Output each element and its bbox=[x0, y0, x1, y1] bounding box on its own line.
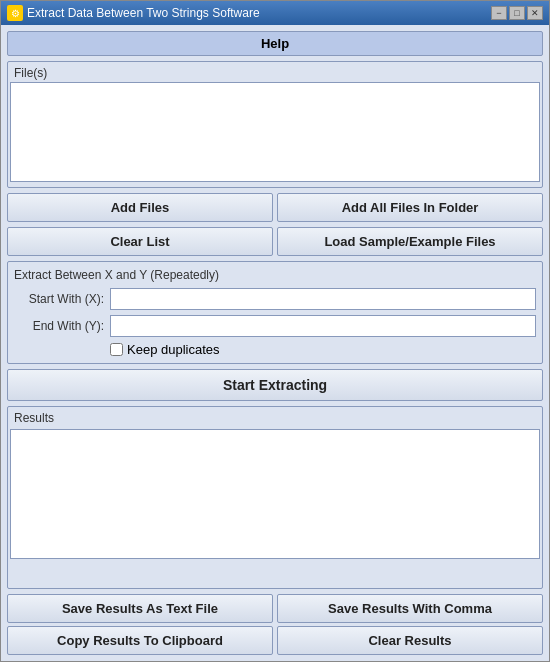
maximize-button[interactable]: □ bbox=[509, 6, 525, 20]
clear-load-row: Clear List Load Sample/Example Files bbox=[7, 227, 543, 256]
clear-results-button[interactable]: Clear Results bbox=[277, 626, 543, 655]
files-fieldset: File(s) bbox=[7, 61, 543, 188]
extract-section: Extract Between X and Y (Repeatedly) Sta… bbox=[7, 261, 543, 364]
clear-list-button[interactable]: Clear List bbox=[7, 227, 273, 256]
start-with-row: Start With (X): bbox=[14, 288, 536, 310]
help-bar[interactable]: Help bbox=[7, 31, 543, 56]
content-area: Help File(s) Add Files Add All Files In … bbox=[1, 25, 549, 661]
start-with-label: Start With (X): bbox=[14, 292, 104, 306]
start-extracting-button[interactable]: Start Extracting bbox=[7, 369, 543, 401]
load-sample-button[interactable]: Load Sample/Example Files bbox=[277, 227, 543, 256]
bottom-buttons: Save Results As Text File Save Results W… bbox=[7, 594, 543, 655]
title-bar-controls: − □ ✕ bbox=[491, 6, 543, 20]
keep-duplicates-checkbox[interactable] bbox=[110, 343, 123, 356]
end-with-input[interactable] bbox=[110, 315, 536, 337]
title-bar-text: Extract Data Between Two Strings Softwar… bbox=[27, 6, 260, 20]
title-bar: ⚙ Extract Data Between Two Strings Softw… bbox=[1, 1, 549, 25]
end-with-label: End With (Y): bbox=[14, 319, 104, 333]
minimize-button[interactable]: − bbox=[491, 6, 507, 20]
results-label: Results bbox=[10, 409, 540, 427]
copy-clear-row: Copy Results To Clipboard Clear Results bbox=[7, 626, 543, 655]
files-textarea[interactable] bbox=[10, 82, 540, 182]
files-label: File(s) bbox=[10, 64, 540, 82]
end-with-row: End With (Y): bbox=[14, 315, 536, 337]
add-all-files-button[interactable]: Add All Files In Folder bbox=[277, 193, 543, 222]
title-bar-left: ⚙ Extract Data Between Two Strings Softw… bbox=[7, 5, 260, 21]
start-with-input[interactable] bbox=[110, 288, 536, 310]
main-window: ⚙ Extract Data Between Two Strings Softw… bbox=[0, 0, 550, 662]
results-fieldset: Results bbox=[7, 406, 543, 589]
extract-title: Extract Between X and Y (Repeatedly) bbox=[14, 268, 536, 282]
results-textarea[interactable] bbox=[10, 429, 540, 559]
add-files-button[interactable]: Add Files bbox=[7, 193, 273, 222]
keep-duplicates-label: Keep duplicates bbox=[127, 342, 220, 357]
app-icon: ⚙ bbox=[7, 5, 23, 21]
save-text-button[interactable]: Save Results As Text File bbox=[7, 594, 273, 623]
close-button[interactable]: ✕ bbox=[527, 6, 543, 20]
save-buttons-row: Save Results As Text File Save Results W… bbox=[7, 594, 543, 623]
help-label: Help bbox=[261, 36, 289, 51]
keep-duplicates-row: Keep duplicates bbox=[110, 342, 536, 357]
save-comma-button[interactable]: Save Results With Comma bbox=[277, 594, 543, 623]
add-files-row: Add Files Add All Files In Folder bbox=[7, 193, 543, 222]
copy-clipboard-button[interactable]: Copy Results To Clipboard bbox=[7, 626, 273, 655]
